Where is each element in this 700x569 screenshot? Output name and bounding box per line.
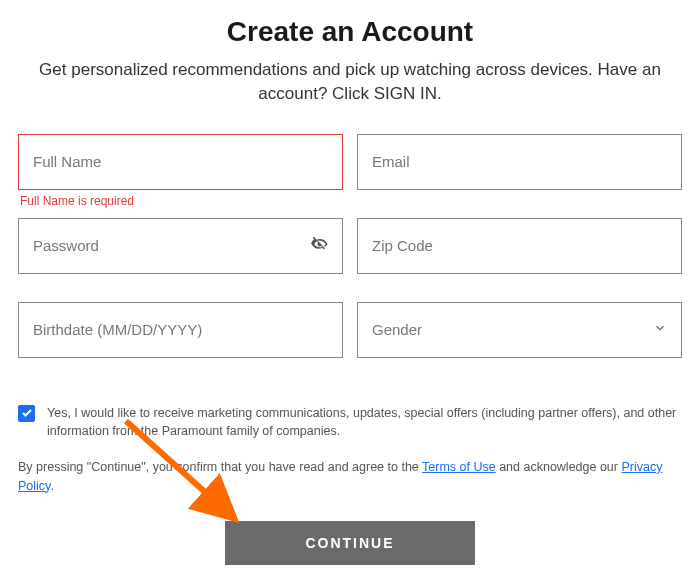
email-input[interactable]: [372, 153, 667, 170]
full-name-field[interactable]: [18, 134, 343, 190]
legal-text: By pressing "Continue", you confirm that…: [18, 458, 682, 496]
full-name-input[interactable]: [33, 153, 328, 170]
zip-field[interactable]: [357, 218, 682, 274]
page-subtitle: Get personalized recommendations and pic…: [38, 58, 662, 106]
birthdate-field[interactable]: [18, 302, 343, 358]
continue-button[interactable]: CONTINUE: [225, 521, 475, 565]
marketing-label: Yes, I would like to receive marketing c…: [47, 404, 682, 440]
marketing-checkbox[interactable]: [18, 405, 35, 422]
password-field[interactable]: [18, 218, 343, 274]
password-input[interactable]: [33, 237, 328, 254]
birthdate-input[interactable]: [33, 321, 328, 338]
eye-off-icon[interactable]: [310, 234, 330, 258]
gender-label: Gender: [372, 321, 653, 338]
terms-link[interactable]: Terms of Use: [422, 460, 496, 474]
page-title: Create an Account: [18, 16, 682, 48]
gender-select[interactable]: Gender: [357, 302, 682, 358]
zip-input[interactable]: [372, 237, 667, 254]
check-icon: [21, 407, 33, 419]
chevron-down-icon: [653, 321, 667, 339]
email-field[interactable]: [357, 134, 682, 190]
full-name-error: Full Name is required: [20, 194, 343, 210]
